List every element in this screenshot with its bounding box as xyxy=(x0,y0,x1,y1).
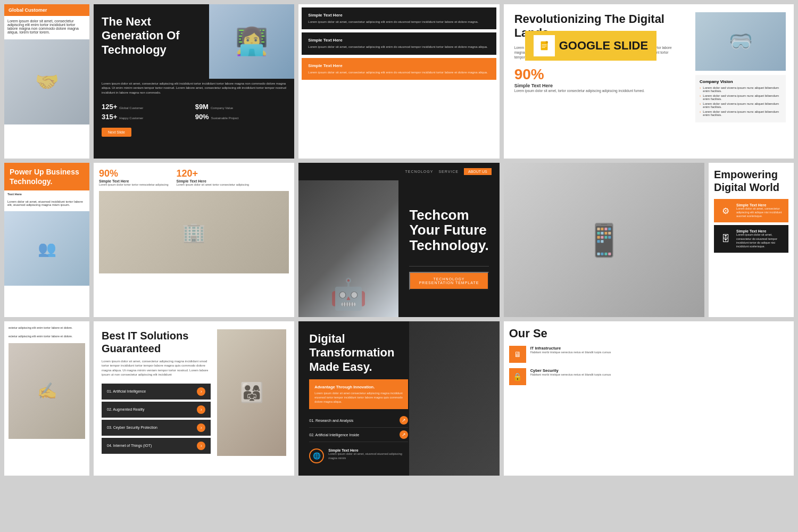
cyber-sec-icon: 🔒 xyxy=(509,368,526,385)
google-badge: GOOGLE SLIDE xyxy=(525,31,656,61)
vision-text-2: Lorem dolor sed viverra ipsum nunc aliqu… xyxy=(703,94,782,101)
vr-person-icon: 🥽 xyxy=(729,30,753,53)
slide7-nav: TECNOLOGY SERVICE ABOUT US xyxy=(298,163,499,180)
slide7-cta[interactable]: TECHNOLOGY PRESENTATION TEMPLATE xyxy=(409,272,488,290)
vision-title: Company Vision xyxy=(700,79,782,84)
stat2-label: Company Value xyxy=(211,106,233,110)
slide-7: TECNOLOGY SERVICE ABOUT US 🤖 Techcom You… xyxy=(298,163,499,317)
google-label: GOOGLE SLIDE xyxy=(559,39,648,53)
database-icon: 🗄 xyxy=(719,234,732,244)
list-item-4: 04. Internet of Things (IOT) › xyxy=(102,438,211,454)
family-vr-icon: 👨‍👩‍👧 xyxy=(240,381,264,404)
slide1-body: Lorem ipsum dolor sit amet, consectetur … xyxy=(7,19,86,34)
vision-item-3: › Lorem dolor sed viverra ipsum nunc ali… xyxy=(700,102,782,109)
list3-text: 03. Ceyber Security Protection xyxy=(107,426,157,429)
service2-text: Cyber Security Habitant morbi tristique … xyxy=(530,368,611,377)
slide-5: Power Up Business Technology. Text Here … xyxy=(4,163,89,317)
stat1-num: 125+ xyxy=(102,103,117,111)
advantage-title: Advantage Through Innovation. xyxy=(314,385,403,389)
service-item-2: 🔒 Cyber Security Habitant morbi tristiqu… xyxy=(509,368,788,385)
list3-arrow[interactable]: › xyxy=(197,423,205,432)
list4-arrow[interactable]: › xyxy=(197,442,205,450)
slide-9: Empowering Digital World ⚙ Simple Text H… xyxy=(709,163,794,317)
slide7-robot-image: 🤖 xyxy=(298,180,398,317)
writing-icon: ✍️ xyxy=(37,381,57,400)
slide11-layout: Best IT Solutions Guaranteed Lorem ipsum… xyxy=(102,329,286,456)
slide4-pct: 90% xyxy=(514,66,677,83)
slide13-title: Our Se xyxy=(509,327,788,340)
arrow-icon-4: › xyxy=(700,110,701,114)
slide9-title: Empowering Digital World xyxy=(714,168,788,194)
robot-icon: 🤖 xyxy=(330,277,367,312)
cyber-icon-symbol: 🔒 xyxy=(513,372,522,381)
sub-item-2: 02. Artificial Intelligence Inside ↗ xyxy=(309,428,408,442)
slide10-text1: ectetur adipiscing elit enim tortor labo… xyxy=(9,326,85,330)
meeting-icon: 🏢 xyxy=(182,221,206,244)
advantage-desc: Lorem ipsum dolor sit amet consectetur a… xyxy=(314,392,403,404)
vision-item-1: › Lorem dolor sed viverra ipsum nunc ali… xyxy=(700,86,782,93)
feature1-title: Simple Text Here xyxy=(736,203,783,207)
slide-11: Best IT Solutions Guaranteed Lorem ipsum… xyxy=(94,321,294,476)
stat-4: 90% Sustainable Project xyxy=(195,113,287,121)
nav-technology: TECNOLOGY xyxy=(405,170,433,173)
list1-text: 01. Artificial Intelligence xyxy=(107,389,146,393)
list1-arrow[interactable]: › xyxy=(197,387,205,396)
stat4-num: 90% xyxy=(195,113,209,121)
service1-text: IT Infrastructure Habitant morbi tristiq… xyxy=(530,346,611,355)
slide-1: Global Customer Lorem ipsum dolor sit am… xyxy=(4,4,89,159)
stat3-num: 315+ xyxy=(102,113,117,121)
slide4-vision: Company Vision › Lorem dolor sed viverra… xyxy=(695,75,786,122)
slide11-body: Lorem ipsum dolor sit amet, consectetur … xyxy=(102,359,211,377)
sub2-arrow: ↗ xyxy=(400,430,408,439)
slide1-orange-bar: Global Customer xyxy=(4,4,89,16)
slide9-feature-2: 🗄 Simple Text Here Lorem ipsum dolor sit… xyxy=(714,225,788,253)
next-slide-button[interactable]: Next Slide xyxy=(102,128,131,137)
feature1-desc: Lorem dolor sit amet, consectetur adipis… xyxy=(736,207,783,218)
card2-title: Simple Text Here xyxy=(308,38,489,43)
service2-desc: Habitant morbi tristique senectus netus … xyxy=(530,373,611,377)
card2-text: Lorem ipsum dolor sit amet, consectetur … xyxy=(308,45,489,49)
slide5-subtext: Text Here xyxy=(4,190,89,198)
vision-text-1: Lorem dolor sed viverra ipsum nunc aliqu… xyxy=(703,86,782,93)
slide2-stats: 125+ Global Customer $9M Company Value 3… xyxy=(94,100,294,123)
stat2-num: $9M xyxy=(195,103,209,111)
metric2-label: Simple Text Here xyxy=(177,179,250,183)
nav-aboutus[interactable]: ABOUT US xyxy=(464,168,492,175)
slide-3: Simple Text Here Lorem ipsum dolor sit a… xyxy=(298,4,499,159)
slide-13: Our Se 🖥 IT Infrastructure Habitant morb… xyxy=(504,321,794,476)
slide12-simple-desc: Lorem ipsum dolor sit amet, eiusmod eius… xyxy=(328,452,408,460)
card1-title: Simple Text Here xyxy=(308,13,489,18)
slide11-title: Best IT Solutions Guaranteed xyxy=(102,329,211,355)
slide12-simple-text: Simple Text Here Lorem ipsum dolor sit a… xyxy=(328,448,408,460)
card3-title: Simple Text Here xyxy=(308,63,489,68)
metric-1: 90% Simple Text Here Lorem ipsum dolor t… xyxy=(99,168,169,187)
metric1-pct: 90% xyxy=(99,168,169,179)
stat-2: $9M Company Value xyxy=(195,103,287,111)
list2-arrow[interactable]: › xyxy=(197,405,205,414)
slide1-label: Global Customer xyxy=(9,7,47,13)
stat-3: 315+ Happy Customer xyxy=(102,113,193,121)
stat3-label: Happy Customer xyxy=(119,117,143,120)
metric2-desc: Lorem ipsum dolor sit amet tortor consec… xyxy=(177,183,250,187)
slide5-body: Lorem dolor sit amet, eiusmod incididunt… xyxy=(4,198,89,209)
slide12-bg xyxy=(409,321,500,476)
slide4-simple-title: Simple Text Here xyxy=(514,83,677,88)
service2-title: Cyber Security xyxy=(530,368,611,373)
slide-8: 📱 xyxy=(504,163,704,317)
sub-item-1: 01. Research and Analysis ↗ xyxy=(309,413,408,428)
slide1-content: Lorem ipsum dolor sit amet, consectetur … xyxy=(4,16,89,37)
gear-icon: ⚙ xyxy=(719,206,732,216)
slide1-image: 🤝 xyxy=(4,39,89,124)
slide12-content: Digital Transformation Made Easy. Advant… xyxy=(309,332,408,463)
slide4-left: Revolutionizing The Digital Lands Lorem … xyxy=(504,4,687,159)
phone-person-icon: 📱 xyxy=(584,221,624,259)
service1-title: IT Infrastructure xyxy=(530,346,611,351)
card3-text: Lorem ipsum dolor sit amet, consectetur … xyxy=(308,70,489,74)
slide12-simple-title: Simple Text Here xyxy=(328,448,408,452)
feature2-title: Simple Text Here xyxy=(736,229,783,233)
feature2-desc: Lorem ipsum dolor sit amet, consectetur … xyxy=(736,233,783,248)
stat-1: 125+ Global Customer xyxy=(102,103,193,111)
metric1-desc: Lorem ipsum dolor tortor tortor remscele… xyxy=(99,183,169,187)
slide3-card-2: Simple Text Here Lorem ipsum dolor sit a… xyxy=(302,32,496,54)
stat4-label: Sustainable Project xyxy=(211,117,239,120)
